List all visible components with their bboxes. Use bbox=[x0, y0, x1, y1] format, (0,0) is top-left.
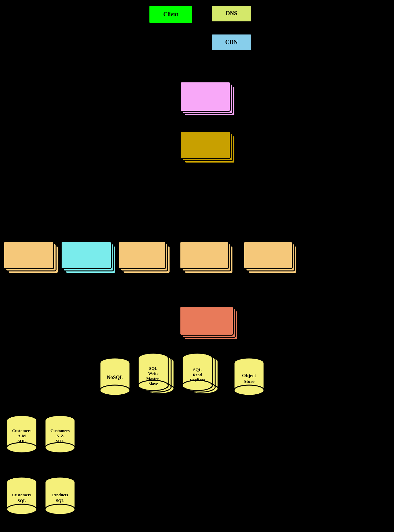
svg-text:Master-: Master- bbox=[146, 376, 160, 381]
customers-nz-db: Customers N-Z SQL bbox=[44, 414, 78, 456]
customers-am-db: Customers A-M SQL bbox=[6, 414, 39, 456]
svg-text:SQL: SQL bbox=[149, 366, 157, 371]
customers-am-cylinder: Customers A-M SQL bbox=[6, 414, 39, 455]
svg-text:Slave: Slave bbox=[148, 381, 158, 386]
read-api-stack: Read API bbox=[243, 241, 301, 275]
sql-write-front-cylinder: SQL Write Master- Slave bbox=[137, 351, 177, 396]
svg-text:Store: Store bbox=[244, 379, 254, 384]
products-sql-db: Products SQL bbox=[44, 475, 78, 518]
memory-cache-stack: Memory Cache bbox=[179, 306, 243, 341]
queue-stack: Queue bbox=[61, 241, 120, 275]
svg-point-4 bbox=[100, 385, 130, 395]
svg-text:SQL: SQL bbox=[18, 498, 26, 503]
svg-point-62 bbox=[45, 443, 75, 453]
cdn-node: CDN bbox=[211, 34, 252, 51]
client-node: Client bbox=[148, 5, 193, 24]
svg-point-54 bbox=[7, 443, 37, 453]
svg-text:Customers: Customers bbox=[12, 428, 31, 433]
nosql-cylinder: NoSQL bbox=[99, 356, 133, 398]
web-server-stack: Web Server bbox=[180, 131, 239, 164]
svg-text:N-Z: N-Z bbox=[57, 433, 64, 438]
svg-point-70 bbox=[7, 504, 37, 514]
svg-text:SQL: SQL bbox=[56, 438, 64, 443]
write-api-stack: Write API bbox=[179, 241, 237, 275]
svg-text:Replicas: Replicas bbox=[190, 377, 205, 382]
worker-service-stack: WorkerService bbox=[3, 241, 62, 275]
svg-text:A-M: A-M bbox=[18, 433, 26, 438]
object-store-db: Object Store bbox=[233, 356, 267, 399]
products-sql-cylinder: Products SQL bbox=[44, 475, 78, 517]
sql-read-front-cylinder: SQL Read Replicas bbox=[181, 351, 221, 396]
load-balancer-stack: Load Balancer bbox=[180, 81, 239, 117]
svg-text:NoSQL: NoSQL bbox=[107, 375, 123, 380]
dns-node: DNS bbox=[211, 5, 252, 22]
svg-point-47 bbox=[234, 385, 264, 395]
svg-text:SQL: SQL bbox=[56, 498, 64, 503]
object-store-cylinder: Object Store bbox=[233, 356, 267, 398]
svg-text:Write: Write bbox=[148, 371, 158, 376]
svg-text:Read: Read bbox=[193, 372, 202, 377]
write-api-async-stack: Write APIAsync bbox=[118, 241, 174, 275]
svg-text:Customers: Customers bbox=[12, 492, 31, 497]
sql-read-stack: SQL Read Replicas bbox=[181, 351, 228, 399]
nosql-db: NoSQL bbox=[99, 356, 133, 399]
customers-nz-cylinder: Customers N-Z SQL bbox=[44, 414, 78, 455]
svg-text:Customers: Customers bbox=[50, 428, 70, 433]
svg-text:Products: Products bbox=[52, 492, 68, 497]
svg-point-77 bbox=[45, 504, 75, 514]
sql-write-stack: SQL Write Master- Slave bbox=[137, 351, 184, 399]
customers-sql-cylinder: Customers SQL bbox=[6, 475, 39, 517]
svg-text:SQL: SQL bbox=[18, 438, 26, 443]
customers-sql-db: Customers SQL bbox=[6, 475, 39, 518]
svg-text:Object: Object bbox=[242, 373, 256, 378]
svg-text:SQL: SQL bbox=[193, 367, 201, 372]
